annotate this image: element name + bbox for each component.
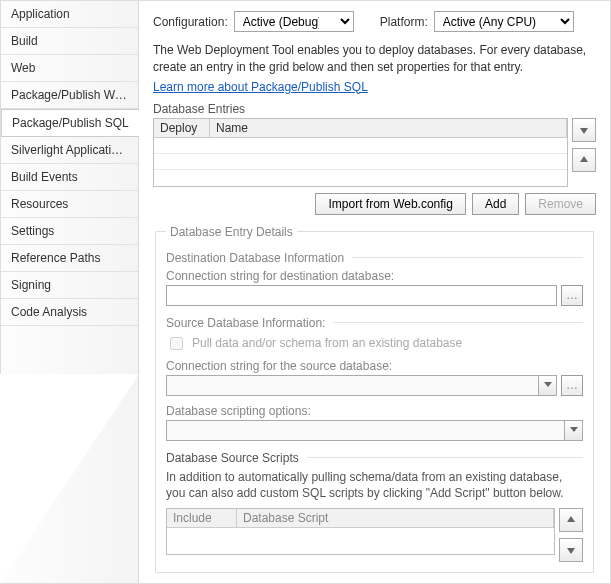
- sidebar-item-signing[interactable]: Signing: [1, 272, 138, 299]
- sidebar-item-silverlight-applications[interactable]: Silverlight Applications: [1, 137, 138, 164]
- sidebar-item-code-analysis[interactable]: Code Analysis: [1, 299, 138, 326]
- arrow-up-icon: [579, 155, 589, 165]
- scripting-options-dropdown-button[interactable]: [564, 421, 582, 440]
- database-entries-grid[interactable]: Deploy Name: [153, 118, 568, 187]
- main-panel: Configuration: Active (Debug) Platform: …: [139, 1, 610, 583]
- arrow-down-icon: [579, 125, 589, 135]
- col-include: Include: [167, 509, 237, 527]
- sidebar-wedge: [0, 374, 139, 584]
- scripting-options-label: Database scripting options:: [166, 404, 583, 418]
- intro-text: The Web Deployment Tool enables you to d…: [153, 42, 596, 76]
- arrow-down-icon: [566, 545, 576, 555]
- scripts-grid[interactable]: Include Database Script: [166, 508, 555, 555]
- move-down-button[interactable]: [572, 118, 596, 142]
- scripts-heading: Database Source Scripts: [166, 451, 299, 465]
- table-row[interactable]: [154, 138, 567, 154]
- ellipsis-icon: …: [566, 288, 578, 302]
- add-button[interactable]: Add: [472, 193, 519, 215]
- scripting-options-combo[interactable]: [166, 420, 583, 441]
- col-database-script: Database Script: [237, 509, 554, 527]
- chevron-down-icon: [544, 382, 552, 388]
- src-conn-combo[interactable]: [166, 375, 557, 396]
- source-db-heading: Source Database Information:: [166, 316, 325, 330]
- table-row[interactable]: [154, 170, 567, 186]
- dest-conn-label: Connection string for destination databa…: [166, 269, 583, 283]
- chevron-down-icon: [570, 427, 578, 433]
- destination-db-heading: Destination Database Information: [166, 251, 344, 265]
- learn-more-link[interactable]: Learn more about Package/Publish SQL: [153, 80, 368, 94]
- sidebar-item-build-events[interactable]: Build Events: [1, 164, 138, 191]
- dest-conn-input[interactable]: [166, 285, 557, 306]
- sidebar-item-settings[interactable]: Settings: [1, 218, 138, 245]
- scripts-desc: In addition to automatically pulling sch…: [166, 469, 583, 503]
- script-move-up-button[interactable]: [559, 508, 583, 532]
- configuration-select[interactable]: Active (Debug): [234, 11, 354, 32]
- remove-button[interactable]: Remove: [525, 193, 596, 215]
- col-name: Name: [210, 119, 567, 137]
- platform-label: Platform:: [380, 15, 428, 29]
- config-row: Configuration: Active (Debug) Platform: …: [153, 11, 596, 32]
- pull-data-checkbox[interactable]: [170, 337, 183, 350]
- sidebar-item-package-publish-sql[interactable]: Package/Publish SQL: [1, 109, 139, 137]
- table-row[interactable]: [154, 154, 567, 170]
- script-move-down-button[interactable]: [559, 538, 583, 562]
- details-legend: Database Entry Details: [166, 225, 297, 239]
- sidebar-item-web[interactable]: Web: [1, 55, 138, 82]
- arrow-up-icon: [566, 515, 576, 525]
- dest-conn-browse-button[interactable]: …: [561, 285, 583, 306]
- src-conn-label: Connection string for the source databas…: [166, 359, 583, 373]
- col-deploy: Deploy: [154, 119, 210, 137]
- table-row[interactable]: [167, 528, 554, 554]
- pull-data-checkbox-row: Pull data and/or schema from an existing…: [166, 334, 583, 353]
- pull-data-label: Pull data and/or schema from an existing…: [192, 336, 462, 350]
- sidebar-item-resources[interactable]: Resources: [1, 191, 138, 218]
- database-entries-label: Database Entries: [153, 102, 596, 116]
- ellipsis-icon: …: [566, 378, 578, 392]
- move-up-button[interactable]: [572, 148, 596, 172]
- properties-sidebar: Application Build Web Package/Publish We…: [1, 1, 139, 583]
- sidebar-item-reference-paths[interactable]: Reference Paths: [1, 245, 138, 272]
- database-entry-details-group: Database Entry Details Destination Datab…: [155, 225, 594, 574]
- sidebar-item-build[interactable]: Build: [1, 28, 138, 55]
- src-conn-browse-button[interactable]: …: [561, 375, 583, 396]
- sidebar-item-application[interactable]: Application: [1, 1, 138, 28]
- sidebar-item-package-publish-web[interactable]: Package/Publish Web: [1, 82, 138, 109]
- configuration-label: Configuration:: [153, 15, 228, 29]
- src-conn-dropdown-button[interactable]: [538, 376, 556, 395]
- platform-select[interactable]: Active (Any CPU): [434, 11, 574, 32]
- import-from-webconfig-button[interactable]: Import from Web.config: [315, 193, 466, 215]
